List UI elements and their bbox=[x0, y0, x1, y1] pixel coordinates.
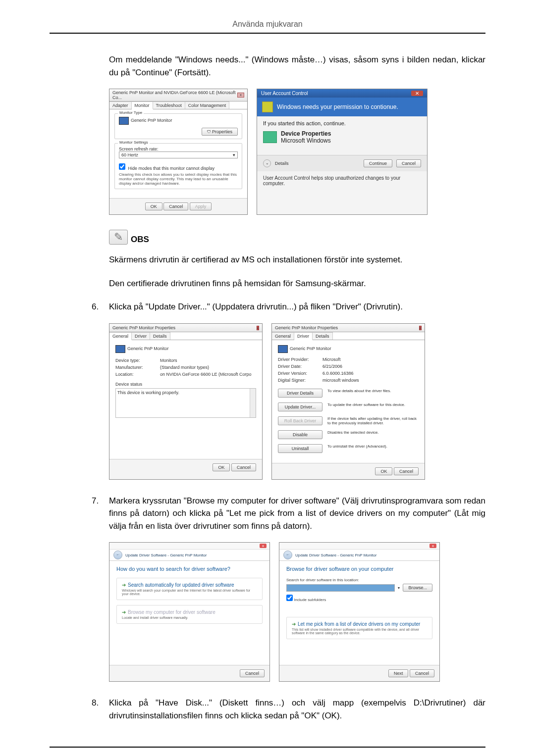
browse-computer-title: Browse my computer for driver software bbox=[128, 609, 215, 615]
wizard-heading: Browse for driver software on your compu… bbox=[286, 566, 432, 572]
pnp-properties-driver: Generic PnP Monitor Properties x General… bbox=[271, 323, 425, 480]
close-icon[interactable]: x bbox=[429, 544, 436, 548]
ok-button[interactable]: OK bbox=[145, 202, 162, 210]
tab-details[interactable]: Details bbox=[150, 332, 170, 340]
close-icon[interactable]: x bbox=[237, 93, 244, 98]
search-auto-title: Search automatically for updated driver … bbox=[128, 582, 234, 588]
back-button[interactable]: ← bbox=[113, 551, 122, 559]
tab-general[interactable]: General bbox=[109, 332, 132, 340]
window-controls[interactable]: x bbox=[257, 325, 260, 330]
uac-details-label[interactable]: Details bbox=[275, 161, 289, 166]
properties-button[interactable]: Properties bbox=[202, 128, 238, 136]
screenshot-row-2: Generic PnP Monitor Properties x General… bbox=[109, 323, 485, 480]
uac-titlebar: User Account Control ✕ bbox=[257, 89, 427, 98]
monitor-settings-label: Monitor Settings bbox=[118, 140, 150, 145]
ok-button[interactable]: OK bbox=[213, 463, 230, 471]
tab-monitor[interactable]: Monitor bbox=[132, 101, 153, 109]
uninstall-desc: To uninstall the driver (Advanced). bbox=[327, 444, 419, 449]
window-controls[interactable]: x bbox=[237, 93, 244, 98]
driver-date-value: 6/21/2006 bbox=[322, 364, 419, 369]
obs-label: OBS bbox=[131, 235, 149, 245]
hide-modes-checkbox[interactable] bbox=[119, 163, 125, 170]
cancel-button[interactable]: Cancel bbox=[410, 669, 434, 677]
step-6: 6. Klicka på "Update Driver..." (Uppdate… bbox=[92, 301, 485, 313]
tab-driver[interactable]: Driver bbox=[294, 332, 313, 340]
device-type-value: Monitors bbox=[160, 358, 256, 363]
step-7-number: 7. bbox=[92, 495, 109, 533]
pnp-monitor-name: Generic PnP Monitor bbox=[290, 346, 331, 351]
path-dropdown-icon[interactable]: ▾ bbox=[398, 586, 400, 590]
close-icon[interactable]: x bbox=[260, 544, 267, 548]
note-icon: ✎ bbox=[109, 230, 128, 245]
tab-general[interactable]: General bbox=[272, 332, 294, 340]
path-input[interactable] bbox=[286, 584, 395, 592]
tab-details[interactable]: Details bbox=[313, 332, 333, 340]
monitor-settings-group: Monitor Settings Screen refresh rate: 60… bbox=[114, 143, 242, 189]
cancel-button[interactable]: Cancel bbox=[163, 202, 188, 210]
window-controls[interactable]: x bbox=[419, 325, 422, 330]
monitor-type-group: Monitor Type Generic PnP Monitor Propert… bbox=[114, 113, 242, 139]
uninstall-button[interactable]: Uninstall bbox=[278, 444, 322, 453]
digital-signer-label: Digital Signer: bbox=[278, 378, 322, 383]
close-icon[interactable]: x bbox=[419, 326, 422, 330]
driver-version-value: 6.0.6000.16386 bbox=[322, 371, 419, 376]
tab-troubleshoot[interactable]: Troubleshoot bbox=[153, 101, 185, 109]
search-auto-option[interactable]: ➔Search automatically for updated driver… bbox=[116, 578, 263, 600]
step-7: 7. Markera kryssrutan "Browse my compute… bbox=[92, 495, 485, 533]
monitor-dialog-titlebar: Generic PnP Monitor and NVIDIA GeForce 6… bbox=[109, 89, 247, 101]
driver-details-button[interactable]: Driver Details bbox=[278, 389, 322, 398]
cancel-button[interactable]: Cancel bbox=[394, 467, 419, 475]
tab-color-management[interactable]: Color Management bbox=[185, 101, 230, 109]
pnp-properties-general: Generic PnP Monitor Properties x General… bbox=[109, 323, 263, 480]
scrollbar[interactable] bbox=[250, 389, 256, 417]
cancel-button[interactable]: Cancel bbox=[396, 159, 421, 167]
browse-computer-option[interactable]: ➔Browse my computer for driver software … bbox=[116, 605, 263, 624]
let-me-pick-option[interactable]: ➔Let me pick from a list of device drive… bbox=[286, 617, 432, 639]
hide-modes-label: Hide modes that this monitor cannot disp… bbox=[128, 166, 215, 171]
close-icon[interactable]: x bbox=[257, 326, 260, 330]
pnp-monitor-name: Generic PnP Monitor bbox=[127, 346, 168, 351]
tab-driver[interactable]: Driver bbox=[132, 332, 150, 340]
rollback-driver-button[interactable]: Roll Back Driver bbox=[278, 416, 322, 425]
uac-dialog: User Account Control ✕ Windows needs you… bbox=[257, 89, 428, 215]
disable-button[interactable]: Disable bbox=[278, 430, 322, 439]
page-header: Använda mjukvaran bbox=[50, 20, 485, 34]
refresh-rate-value: 60 Hertz bbox=[121, 152, 138, 157]
step-8-number: 8. bbox=[92, 697, 109, 722]
close-icon[interactable]: ✕ bbox=[411, 91, 423, 96]
obs-note: ✎ OBS Skärmens drivrutin är certifierad … bbox=[109, 230, 485, 290]
browse-button[interactable]: Browse... bbox=[403, 584, 432, 592]
cancel-button[interactable]: Cancel bbox=[231, 463, 256, 471]
monitor-tabs: Adapter Monitor Troubleshoot Color Manag… bbox=[109, 101, 247, 109]
device-status-box: This device is working properly. bbox=[115, 388, 256, 418]
arrow-icon: ➔ bbox=[122, 582, 126, 588]
expand-icon[interactable]: ⌄ bbox=[263, 159, 271, 167]
app-icon bbox=[263, 131, 277, 143]
include-subfolders-checkbox[interactable] bbox=[286, 595, 293, 601]
intro-paragraph: Om meddelande "Windows needs..." (Window… bbox=[109, 53, 485, 79]
driver-provider-value: Microsoft bbox=[322, 357, 419, 362]
next-button[interactable]: Next bbox=[388, 669, 409, 677]
let-me-pick-title: Let me pick from a list of device driver… bbox=[298, 621, 420, 627]
cancel-button[interactable]: Cancel bbox=[240, 669, 265, 677]
apply-button[interactable]: Apply bbox=[190, 202, 212, 210]
ok-button[interactable]: OK bbox=[375, 467, 392, 475]
update-driver-button[interactable]: Update Driver... bbox=[278, 403, 322, 411]
browse-computer-desc: Locate and install driver software manua… bbox=[122, 616, 257, 619]
step-8: 8. Klicka på "Have Disk..." (Diskett fin… bbox=[92, 697, 485, 722]
update-driver-desc: To update the driver software for this d… bbox=[327, 403, 419, 407]
disable-desc: Disables the selected device. bbox=[327, 430, 419, 435]
arrow-icon: ➔ bbox=[122, 609, 126, 615]
uac-headline: Windows needs your permission to contion… bbox=[277, 103, 398, 110]
continue-button[interactable]: Continue bbox=[364, 159, 392, 167]
tab-adapter[interactable]: Adapter bbox=[109, 101, 132, 109]
shield-icon bbox=[262, 101, 273, 112]
step-8-text: Klicka på "Have Disk..." (Diskett finns…… bbox=[109, 697, 485, 722]
page-bottom-rule bbox=[50, 747, 485, 748]
let-me-pick-desc: This list will show installed driver sof… bbox=[292, 628, 427, 635]
monitor-name: Generic PnP Monitor bbox=[131, 118, 172, 123]
back-button[interactable]: ← bbox=[283, 551, 292, 559]
refresh-rate-select[interactable]: 60 Hertz ▾ bbox=[119, 151, 238, 158]
monitor-type-label: Monitor Type bbox=[118, 110, 144, 115]
device-status-value: This device is working properly. bbox=[117, 390, 179, 395]
